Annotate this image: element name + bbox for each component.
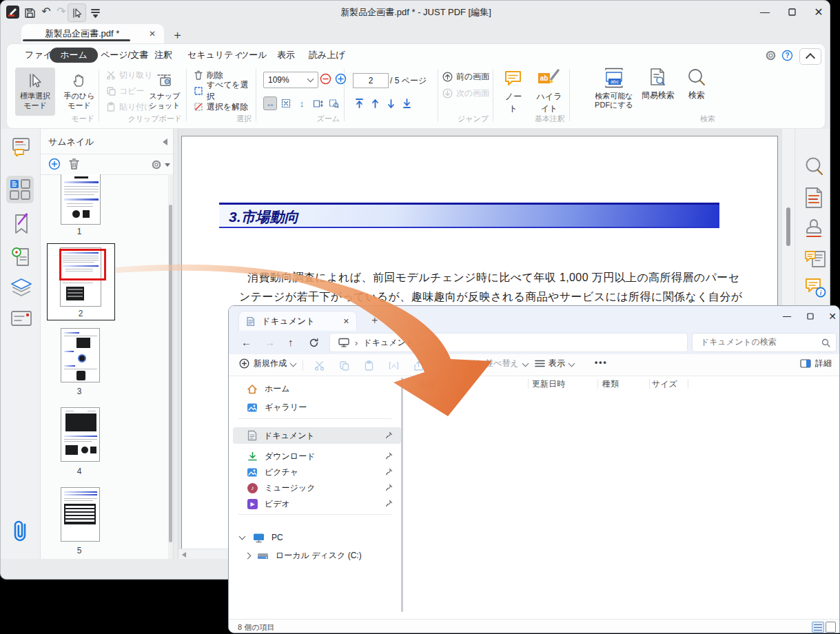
bookmark-panel-icon[interactable] <box>10 213 31 235</box>
minimize-button[interactable]: — <box>779 310 795 323</box>
collapse-panel-icon[interactable] <box>163 139 167 145</box>
search-button[interactable]: 検索 <box>682 68 712 101</box>
menu-tools[interactable]: ツール <box>236 48 272 63</box>
menu-page-document[interactable]: ページ/文書 <box>96 48 152 63</box>
column-header-modified[interactable]: 更新日時 <box>532 378 565 390</box>
fields-panel-icon[interactable] <box>10 309 32 327</box>
search-panel-icon[interactable] <box>804 156 825 177</box>
new-tab-button[interactable]: ＋ <box>369 314 380 327</box>
new-item-button[interactable]: 新規作成 <box>239 358 296 369</box>
zoom-in-button[interactable] <box>335 73 347 85</box>
fit-height-button[interactable]: ↕ <box>295 96 309 110</box>
refresh-icon[interactable] <box>309 338 319 348</box>
search-input[interactable] <box>699 336 819 347</box>
back-icon[interactable]: ← <box>241 336 252 348</box>
collapse-ribbon-button[interactable] <box>799 48 821 65</box>
fit-width-button[interactable]: ↔ <box>263 96 277 110</box>
annotation-info-panel-icon[interactable]: i <box>804 276 826 298</box>
sidebar-item-local-disk[interactable]: ローカル ディスク (C:) <box>233 547 401 564</box>
maximize-button[interactable] <box>802 310 819 323</box>
chevron-down-icon <box>522 360 529 367</box>
details-view-toggle[interactable] <box>812 622 824 633</box>
scroll-left-icon[interactable] <box>182 552 186 558</box>
chevron-down-icon[interactable] <box>239 533 246 540</box>
layers-panel-icon[interactable] <box>10 278 32 300</box>
menu-home[interactable]: ホーム <box>50 48 98 63</box>
add-page-button[interactable] <box>48 158 61 170</box>
highlight-button[interactable]: ab ハイライト <box>533 69 565 114</box>
tab-close-icon[interactable]: ✕ <box>149 29 156 39</box>
sidebar-item-videos[interactable]: ▶ ビデオ <box>233 495 401 512</box>
delete-page-button[interactable] <box>68 158 80 170</box>
snapshot-button[interactable]: スナップ ショット <box>145 68 185 116</box>
menu-view[interactable]: 表示 <box>273 48 299 63</box>
make-searchable-pdf-button[interactable]: abc 検索可能な PDFにする <box>591 68 637 110</box>
thumbnail-page-5[interactable] <box>61 487 100 542</box>
hand-mode-button[interactable]: 手のひら モード <box>59 68 99 116</box>
view-button[interactable]: 表示 <box>535 358 574 369</box>
zoom-level-combobox[interactable]: 109% <box>263 72 318 88</box>
page-number-input[interactable] <box>353 73 389 88</box>
help-icon[interactable]: ? <box>781 50 793 61</box>
thumbnail-panel-toggle-active[interactable] <box>6 176 34 203</box>
select-all-button[interactable]: すべてを選択 <box>194 85 256 97</box>
standard-select-mode-button[interactable]: 標準選択 モード <box>15 68 55 116</box>
previous-page-button[interactable] <box>370 98 380 109</box>
maximize-button[interactable] <box>783 5 801 19</box>
large-icons-view-toggle[interactable] <box>826 622 836 633</box>
sort-button[interactable]: 並べ替え <box>471 358 528 369</box>
sidebar-item-music[interactable]: ♪ ミュージック <box>233 480 401 496</box>
thumbnail-page-2-selected[interactable]: 2 <box>47 243 115 320</box>
thumbnail-page-3[interactable] <box>61 328 100 382</box>
first-page-button[interactable] <box>354 98 365 109</box>
minimize-button[interactable]: — <box>756 5 774 19</box>
previous-view-button[interactable]: 前の画面 <box>442 70 489 83</box>
fit-visible-button[interactable] <box>311 96 325 110</box>
chevron-right-icon[interactable] <box>245 552 252 559</box>
note-button[interactable]: ノート <box>502 69 525 114</box>
new-tab-button[interactable]: ＋ <box>172 27 183 43</box>
explorer-search-box[interactable] <box>692 333 837 352</box>
next-page-button[interactable] <box>386 98 396 109</box>
fit-page-button[interactable] <box>279 96 293 110</box>
deselect-button[interactable]: 選択を解除 <box>194 101 248 113</box>
column-header-name[interactable]: 名前 <box>419 378 436 390</box>
menu-read-aloud[interactable]: 読み上げ <box>305 48 349 63</box>
sidebar-item-home[interactable]: ホーム <box>233 380 401 397</box>
quick-search-button[interactable]: 簡易検索 <box>639 68 677 101</box>
panel-options-button[interactable] <box>151 159 170 170</box>
attachments-panel-icon[interactable] <box>12 519 30 544</box>
details-pane-button[interactable]: 詳細 <box>800 358 832 369</box>
panel-splitter[interactable] <box>173 129 178 559</box>
menu-annotation[interactable]: 注釈 <box>150 48 176 63</box>
marquee-zoom-button[interactable] <box>327 96 340 110</box>
comments-list-panel-icon[interactable] <box>804 247 826 269</box>
summary-panel-icon[interactable] <box>804 187 823 209</box>
tab-close-icon[interactable]: ✕ <box>343 317 349 326</box>
cursor-icon <box>15 68 55 91</box>
stamp-panel-icon[interactable] <box>804 217 823 239</box>
breadcrumb-folder[interactable]: ドキュメント <box>363 337 414 349</box>
sidebar-scrollbar[interactable] <box>401 378 403 612</box>
destination-panel-icon[interactable] <box>10 246 32 268</box>
last-page-button[interactable] <box>402 98 412 109</box>
comment-panel-icon[interactable] <box>10 136 31 156</box>
thumbnail-page-4[interactable] <box>61 407 100 462</box>
column-header-size[interactable]: サイズ <box>652 378 677 390</box>
sidebar-item-pc[interactable]: PC <box>233 529 401 546</box>
sidebar-item-documents[interactable]: ドキュメント <box>233 427 401 444</box>
sidebar-item-gallery[interactable]: ギャラリー <box>233 399 401 416</box>
explorer-tab[interactable]: ドキュメント ✕ <box>238 311 357 331</box>
address-breadcrumb[interactable]: › ドキュメント › <box>329 333 688 352</box>
settings-gear-icon[interactable] <box>765 50 777 61</box>
close-button[interactable]: ✕ <box>824 310 840 323</box>
thumbnail-scrollbar[interactable] <box>168 174 173 559</box>
more-options-button[interactable]: ••• <box>595 358 608 367</box>
thumbnail-page-1[interactable] <box>61 174 101 225</box>
sidebar-item-pictures[interactable]: ピクチャ <box>233 464 401 480</box>
column-header-type[interactable]: 種類 <box>602 378 619 390</box>
close-button[interactable]: ✕ <box>810 5 828 19</box>
sidebar-item-downloads[interactable]: ダウンロード <box>233 448 401 464</box>
up-icon[interactable]: ↑ <box>288 336 294 348</box>
zoom-out-button[interactable] <box>320 73 331 85</box>
